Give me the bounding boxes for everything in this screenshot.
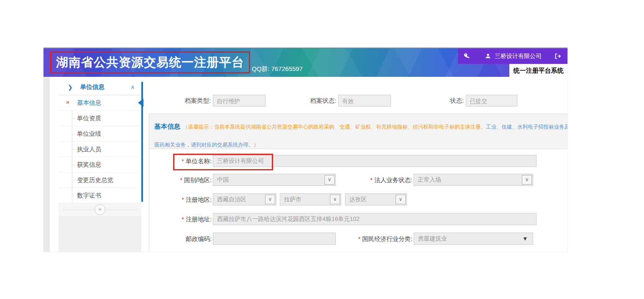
notice-close: ） [254,142,259,148]
annotation-box-title [50,51,250,73]
archive-status-label: 档案状态: [307,97,336,105]
postcode-input[interactable] [213,233,336,245]
collapse-sidebar-button[interactable]: « [95,204,105,215]
status-label: 状态: [446,97,464,105]
notice-orange: （温馨提示：当前本系统提供湖南省公共资源交易中心的政府采购、交通、矿业权、补充耕… [183,124,486,130]
dropdown-icon[interactable]: ∨ [522,175,532,185]
left-rail [43,77,50,252]
address-input[interactable]: 西藏拉萨市八一路哈达滨河花园西区五排4栋16单元102 [213,213,537,225]
sidebar-item-digital-certificate[interactable]: 数字证书 [59,188,141,203]
user-name: 三桥设计有限公司 [495,53,542,60]
country-label: *国别/地区: [149,176,212,184]
region-district-select[interactable]: 达孜区∨ [345,193,407,205]
sidebar-item-basic-info[interactable]: » 基本信息 [59,95,141,111]
field-status: 状态: 已提交 [446,94,517,107]
address-label: *注册地址: [149,215,212,223]
required-icon: * [182,216,184,223]
dropdown-icon[interactable]: ∨ [396,195,406,204]
sidebar-item-label: 获奖信息 [77,161,101,169]
sidebar-item-unit-qualification[interactable]: 单位资质 [59,111,141,126]
unit-name-label: *单位名称: [149,157,212,165]
sidebar-accent-bar [141,82,143,202]
chevron-right-icon: ❯ [68,84,73,91]
sidebar-item-label: 执业人员 [77,145,101,153]
country-select[interactable]: 中国∨ [213,174,336,186]
sidebar: ❯ 单位信息 ∧ » 基本信息 单位资质 单位业绩 执业人员 获奖信息 变更历史… [59,79,141,252]
archive-type-label: 档案类型: [181,97,211,105]
required-icon: * [182,196,184,203]
header-toolbar: 三桥设计有限公司 [458,48,567,64]
legal-status-label: *法人业务状态: [333,176,412,184]
section-header: 基本信息（温馨提示：当前本系统提供湖南省公共资源交易中心的政府采购、交通、矿业权… [149,114,567,149]
postcode-label: 邮政编码: [149,235,212,243]
dropdown-icon[interactable]: ∨ [265,195,275,204]
tab-system-name[interactable]: 统一注册平台系统 [509,64,567,77]
sidebar-item-label: 数字证书 [77,192,101,200]
qq-group-label: QQ群: 767265597 [252,65,303,73]
required-icon: * [371,177,373,183]
required-icon: * [182,158,184,165]
required-icon: * [358,236,360,242]
main-content: 档案类型: 自行维护 档案状态: 有效 状态: 已提交 基本信息（温馨提示：当前… [144,77,567,252]
key-icon[interactable] [463,53,470,60]
user-menu[interactable]: 三桥设计有限公司 [485,53,542,60]
sidebar-item-label: 变更历史总览 [77,176,113,184]
sidebar-item-label: 单位资质 [77,114,101,122]
field-archive-status: 档案状态: 有效 [307,94,391,107]
status-input[interactable]: 已提交 [466,95,517,106]
archive-status-input[interactable]: 有效 [338,95,391,106]
sidebar-item-label: 单位业绩 [77,130,101,138]
legal-status-select[interactable]: 正常入场∨ [414,174,533,186]
logout-icon[interactable] [554,53,562,60]
unit-name-input[interactable]: 三桥设计有限公司 [213,155,537,167]
region-city-select[interactable]: 拉萨市∨ [280,193,341,205]
industry-label: *国民经济行业分类: [333,235,412,243]
archive-type-input[interactable]: 自行维护 [213,95,266,106]
sidebar-item-label: 基本信息 [77,99,101,107]
sidebar-item-practitioners[interactable]: 执业人员 [59,142,141,157]
sidebar-collapse-row: « [59,203,141,216]
dropdown-icon[interactable]: ∨ [330,195,340,204]
basic-info-section: 基本信息（温馨提示：当前本系统提供湖南省公共资源交易中心的政府采购、交通、矿业权… [149,114,567,252]
sidebar-group-label: 单位信息 [80,83,105,91]
field-archive-type: 档案类型: 自行维护 [181,94,266,107]
region-label: *注册地区: [149,196,212,204]
chevron-up-icon: ∧ [130,84,135,90]
user-icon [485,53,492,60]
sidebar-item-awards[interactable]: 获奖信息 [59,157,141,172]
sidebar-group-unit-info[interactable]: ❯ 单位信息 ∧ [59,79,141,95]
active-marker-icon: » [66,99,69,105]
required-icon: * [180,177,182,183]
sidebar-item-unit-performance[interactable]: 单位业绩 [59,126,141,142]
region-province-select[interactable]: 西藏自治区∨ [213,193,276,205]
sidebar-filler [59,216,141,252]
section-title: 基本信息 [154,123,180,130]
sidebar-item-change-history[interactable]: 变更历史总览 [59,172,141,188]
industry-select[interactable]: 房屋建筑业▼ [414,233,533,245]
app-window: 湖南省公共资源交易统一注册平台 QQ群: 767265597 三桥设计有限公司 … [43,48,567,252]
header: 湖南省公共资源交易统一注册平台 QQ群: 767265597 三桥设计有限公司 … [43,48,567,77]
caret-down-icon[interactable]: ▼ [522,233,528,244]
